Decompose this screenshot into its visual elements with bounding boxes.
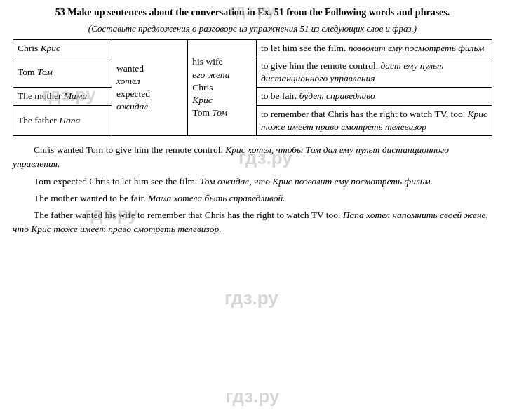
cell-tom: Tom Том: [13, 57, 112, 88]
cell-mother: The mother Мама: [13, 88, 112, 105]
paragraph-2: Tom expected Chris to let him see the fi…: [13, 175, 492, 189]
paragraph-section: Chris wanted Tom to give him the remote …: [13, 143, 492, 237]
task-header: 53 Make up sentences about the conversat…: [13, 6, 492, 20]
task-subtitle: (Составьте предложения о разговоре из уп…: [13, 22, 492, 35]
watermark-mid4: гдз.ру: [224, 287, 278, 309]
cell-action2: to give him the remote control. даст ему…: [256, 57, 492, 88]
cell-wanted-expected: wantedхотел expectedожидал: [112, 39, 187, 135]
cell-action4: to remember that Chris has the right to …: [256, 105, 492, 135]
watermark-bottom: гдз.ру: [226, 386, 280, 407]
cell-chris: Chris Крис: [13, 39, 112, 57]
paragraph-4: The father wanted his wife to remember t…: [13, 208, 492, 237]
task-title-bold: 53 Make up sentences about the conversat…: [55, 7, 450, 18]
cell-action1: to let him see the film. позволит ему по…: [256, 39, 492, 57]
cell-action3: to be fair. будет справедливо: [256, 88, 492, 105]
exercise-table: Chris Крис wantedхотел expectedожидал hi…: [13, 39, 492, 136]
cell-who: his wifeего жена ChrisКрис Tom Том: [188, 39, 257, 135]
page-content: 53 Make up sentences about the conversat…: [0, 0, 505, 247]
paragraph-3: The mother wanted to be fair. Мама хотел…: [13, 191, 492, 205]
task-title-italic: (Составьте предложения о разговоре из уп…: [88, 23, 417, 34]
table-row-1: Chris Крис wantedхотел expectedожидал hi…: [13, 39, 492, 57]
paragraph-1: Chris wanted Tom to give him the remote …: [13, 143, 492, 172]
cell-father: The father Папа: [13, 105, 112, 135]
